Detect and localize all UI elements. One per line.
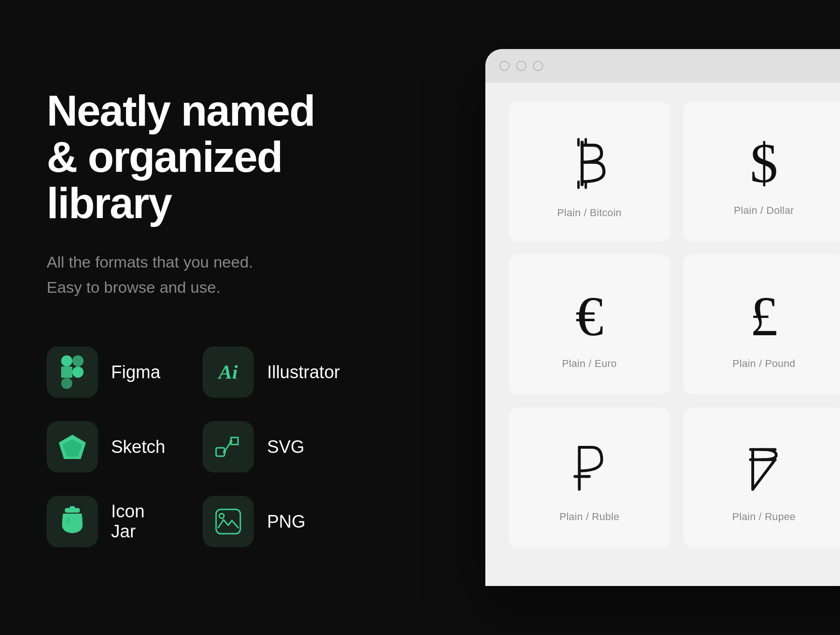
card-euro: € Plain / Euro xyxy=(509,254,670,395)
subtitle-line1: All the formats that you need. xyxy=(47,253,253,271)
illustrator-label: Illustrator xyxy=(267,362,340,382)
figma-label: Figma xyxy=(111,362,161,382)
iconjar-icon xyxy=(58,505,86,538)
sketch-icon-box xyxy=(47,421,98,473)
figma-icon-box xyxy=(47,346,98,398)
left-section: Neatly named & organized library All the… xyxy=(0,0,355,635)
format-item-illustrator: Ai Illustrator xyxy=(203,346,340,398)
right-section: Plain / Bitcoin $ Plain / Dollar € Plain… xyxy=(355,0,840,635)
card-pound: £ Plain / Pound xyxy=(683,254,840,395)
svg-line-11 xyxy=(224,441,231,452)
card-dollar: $ Plain / Dollar xyxy=(683,101,840,241)
png-icon xyxy=(212,506,244,537)
svg-label: SVG xyxy=(267,437,304,457)
browser-dot-3 xyxy=(533,61,543,71)
svg-rect-0 xyxy=(61,355,72,367)
pound-symbol: £ xyxy=(750,289,778,345)
svg-point-12 xyxy=(223,451,226,453)
browser-mockup: Plain / Bitcoin $ Plain / Dollar € Plain… xyxy=(485,49,840,586)
pound-label: Plain / Pound xyxy=(733,358,796,370)
card-rupee: Plain / Rupee xyxy=(683,408,840,548)
browser-dot-1 xyxy=(499,61,510,71)
format-item-png: PNG xyxy=(203,496,340,547)
format-item-figma: Figma xyxy=(47,346,165,398)
figma-icon xyxy=(59,355,86,389)
png-icon-box xyxy=(203,496,254,547)
png-label: PNG xyxy=(267,512,305,532)
dollar-label: Plain / Dollar xyxy=(734,205,794,217)
svg-icon xyxy=(212,431,244,463)
euro-label: Plain / Euro xyxy=(562,358,616,370)
svg-rect-1 xyxy=(72,355,84,367)
browser-content: Plain / Bitcoin $ Plain / Dollar € Plain… xyxy=(485,83,840,566)
card-bitcoin: Plain / Bitcoin xyxy=(509,101,670,241)
euro-symbol: € xyxy=(575,289,603,345)
format-item-svg: SVG xyxy=(203,421,340,473)
format-item-iconjar: Icon Jar xyxy=(47,496,165,547)
svg-point-3 xyxy=(72,367,84,378)
illustrator-icon-box: Ai xyxy=(203,346,254,398)
sketch-icon xyxy=(56,432,88,461)
ruble-symbol xyxy=(566,442,613,498)
svg-line-28 xyxy=(753,459,775,489)
bitcoin-label: Plain / Bitcoin xyxy=(557,207,622,219)
subtitle: All the formats that you need. Easy to b… xyxy=(47,249,317,300)
format-item-sketch: Sketch xyxy=(47,421,165,473)
svg-point-18 xyxy=(219,514,224,518)
browser-dot-2 xyxy=(516,61,526,71)
iconjar-icon-box xyxy=(47,496,98,547)
iconjar-label: Icon Jar xyxy=(111,501,165,542)
illustrator-icon: Ai xyxy=(211,355,245,389)
ruble-label: Plain / Ruble xyxy=(560,511,620,523)
headline: Neatly named & organized library xyxy=(47,88,317,227)
format-grid: Figma Ai Illustrator Sketch xyxy=(47,346,317,547)
rupee-symbol xyxy=(741,442,787,498)
browser-titlebar xyxy=(485,49,840,83)
svg-rect-17 xyxy=(216,509,240,534)
rupee-label: Plain / Rupee xyxy=(732,511,796,523)
svg-rect-2 xyxy=(61,367,72,378)
svg-point-13 xyxy=(230,440,232,443)
headline-line2: & organized library xyxy=(47,133,282,227)
dollar-symbol: $ xyxy=(750,135,778,191)
svg-text:Ai: Ai xyxy=(217,361,238,383)
svg-rect-4 xyxy=(61,378,72,389)
subtitle-line2: Easy to browse and use. xyxy=(47,278,220,296)
headline-line1: Neatly named xyxy=(47,87,315,134)
svg-rect-15 xyxy=(70,506,75,510)
card-ruble: Plain / Ruble xyxy=(509,408,670,548)
svg-point-16 xyxy=(67,516,70,524)
bitcoin-symbol xyxy=(564,133,615,194)
svg-icon-box xyxy=(203,421,254,473)
sketch-label: Sketch xyxy=(111,437,165,457)
